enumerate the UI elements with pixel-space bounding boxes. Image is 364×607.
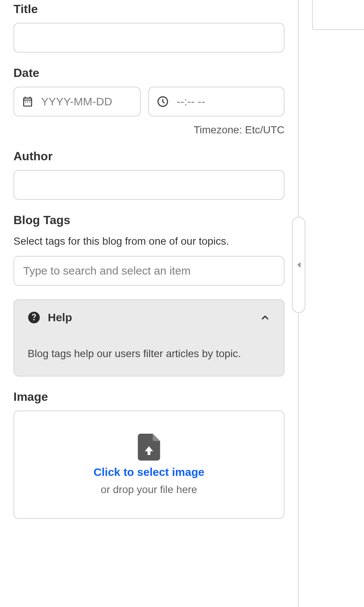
help-title: Help xyxy=(48,311,252,324)
timezone-label: Timezone: Etc/UTC xyxy=(13,124,284,136)
image-field-group: Image Click to select image or drop your… xyxy=(13,390,284,519)
side-region xyxy=(299,0,364,607)
time-input[interactable] xyxy=(177,95,276,108)
help-icon xyxy=(28,311,40,324)
chevron-left-icon xyxy=(296,261,301,268)
date-label: Date xyxy=(13,66,284,80)
tags-field-group: Blog Tags Select tags for this blog from… xyxy=(13,213,284,377)
title-label: Title xyxy=(13,2,284,16)
calendar-icon xyxy=(22,96,34,108)
date-row xyxy=(13,87,284,117)
form-panel: Title Date xyxy=(0,0,299,607)
author-input[interactable] xyxy=(13,170,284,200)
author-label: Author xyxy=(13,149,284,163)
help-toggle[interactable]: Help xyxy=(28,311,270,324)
title-input[interactable] xyxy=(13,23,284,53)
date-field-group: Date Tim xyxy=(13,66,284,136)
date-input-wrapper[interactable] xyxy=(13,87,141,117)
date-input[interactable] xyxy=(41,95,133,108)
tags-description: Select tags for this blog from one of ou… xyxy=(13,234,284,248)
image-label: Image xyxy=(13,390,284,404)
file-upload-icon xyxy=(138,434,160,461)
image-upload-cta: Click to select image xyxy=(94,466,205,479)
title-field-group: Title xyxy=(13,2,284,53)
tags-search-input[interactable] xyxy=(13,256,284,286)
image-upload-area[interactable]: Click to select image or drop your file … xyxy=(13,411,284,519)
author-field-group: Author xyxy=(13,149,284,200)
side-top-border xyxy=(299,0,313,29)
help-panel: Help Blog tags help our users filter art… xyxy=(13,299,284,377)
collapse-handle[interactable] xyxy=(292,217,305,313)
tags-label: Blog Tags xyxy=(13,213,284,227)
svg-point-1 xyxy=(27,102,28,103)
chevron-up-icon xyxy=(260,312,270,323)
svg-point-0 xyxy=(25,102,26,103)
image-upload-sub: or drop your file here xyxy=(101,484,197,496)
svg-point-2 xyxy=(29,102,30,103)
time-input-wrapper[interactable] xyxy=(148,87,284,117)
help-body: Blog tags help our users filter articles… xyxy=(28,346,270,361)
clock-icon xyxy=(156,95,169,108)
side-divider xyxy=(313,29,364,30)
